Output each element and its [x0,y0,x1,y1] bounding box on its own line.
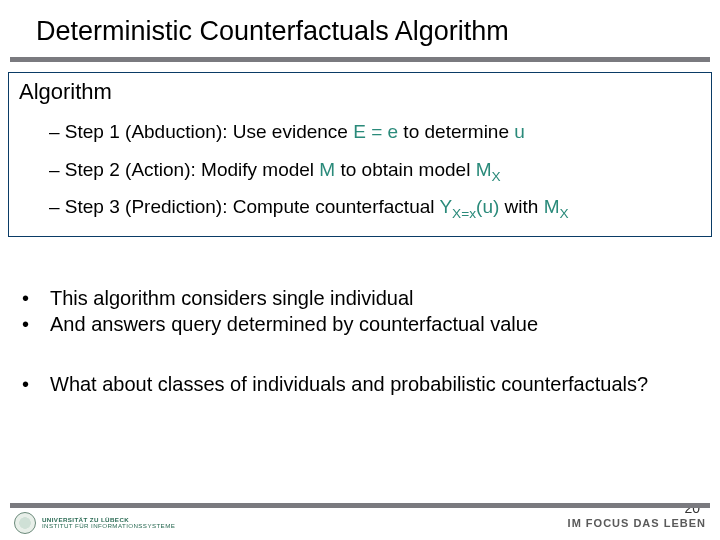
step-2-lead: – Step 2 (Action): Modify model [49,159,319,180]
step-3-Mx-sub: X [559,206,568,221]
step-3-Y-sub: X=x [452,206,476,221]
step-1-mid: to determine [398,121,514,142]
algorithm-box: Algorithm – Step 1 (Abduction): Use evid… [8,72,712,237]
note-1: • This algorithm considers single indivi… [22,285,698,311]
footer: UNIVERSITÄT ZU LÜBECK INSTITUT FÜR INFOR… [0,503,720,540]
university-mark: UNIVERSITÄT ZU LÜBECK INSTITUT FÜR INFOR… [14,512,175,534]
step-2-mid: to obtain model [335,159,475,180]
footer-bar: UNIVERSITÄT ZU LÜBECK INSTITUT FÜR INFOR… [0,512,720,540]
step-1-u: u [514,121,525,142]
slide-title: Deterministic Counterfactuals Algorithm [0,0,720,57]
note-1-text: This algorithm considers single individu… [50,285,698,311]
step-3-Y-tail: (u) [476,196,499,217]
step-1-lead: – Step 1 (Abduction): Use evidence [49,121,353,142]
note-3: • What about classes of individuals and … [22,371,698,397]
footer-rule [10,503,710,508]
step-3-mid: with [499,196,543,217]
university-text: UNIVERSITÄT ZU LÜBECK INSTITUT FÜR INFOR… [42,517,175,530]
title-rule [10,57,710,62]
step-1: – Step 1 (Abduction): Use evidence E = e… [19,113,701,151]
step-3: – Step 3 (Prediction): Compute counterfa… [19,188,701,226]
footer-slogan: IM FOCUS DAS LEBEN [568,517,706,529]
step-3-Mx-base: M [544,196,560,217]
step-3-lead: – Step 3 (Prediction): Compute counterfa… [49,196,439,217]
step-1-evidence: E = e [353,121,398,142]
bullet-icon: • [22,371,50,397]
step-2-M: M [319,159,335,180]
step-2-Mx-base: M [476,159,492,180]
slide: Deterministic Counterfactuals Algorithm … [0,0,720,540]
step-2-Mx-sub: X [491,168,500,183]
note-3-text: What about classes of individuals and pr… [50,371,698,397]
step-3-Y: YX=x(u) [439,196,499,217]
university-line2: INSTITUT FÜR INFORMATIONSSYSTEME [42,523,175,530]
university-seal-icon [14,512,36,534]
bullet-icon: • [22,285,50,311]
step-3-Mx: MX [544,196,569,217]
note-2-text: And answers query determined by counterf… [50,311,698,337]
algorithm-heading: Algorithm [19,79,701,105]
step-2: – Step 2 (Action): Modify model M to obt… [19,151,701,189]
bullet-icon: • [22,311,50,337]
note-2: • And answers query determined by counte… [22,311,698,337]
notes: • This algorithm considers single indivi… [22,285,698,398]
step-2-Mx: MX [476,159,501,180]
step-3-Y-base: Y [439,196,452,217]
